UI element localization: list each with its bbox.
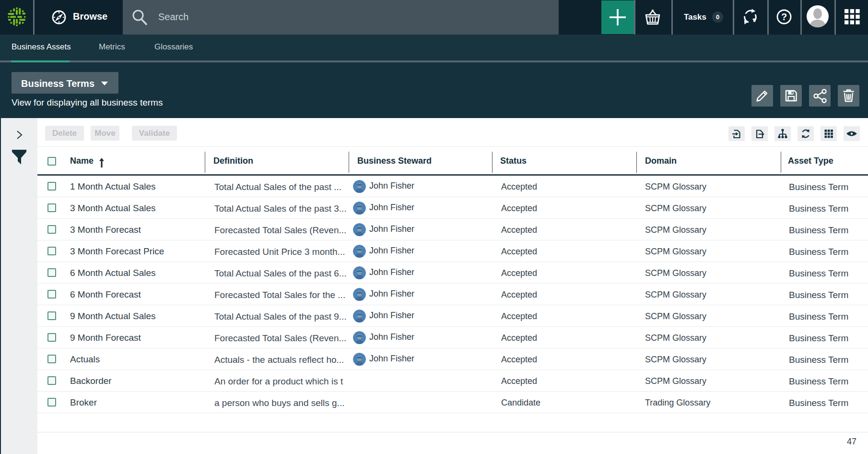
svg-text:?: ?	[781, 12, 787, 22]
